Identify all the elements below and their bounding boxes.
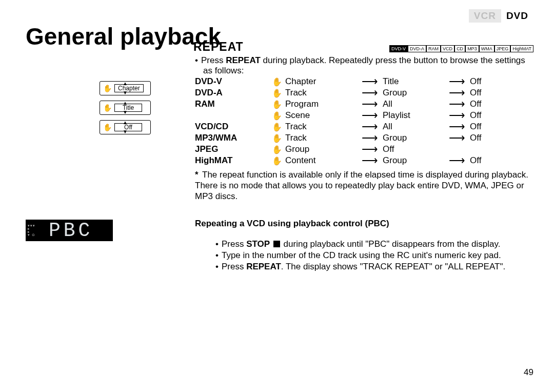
repeat-icon: ✋	[272, 133, 285, 143]
badge-mp3: MP3	[465, 45, 479, 52]
mode-tabs: VCR DVD	[469, 9, 533, 23]
table-row: RAM✋ Program⟶ All⟶ Off	[195, 97, 533, 109]
badge-cd: CD	[454, 45, 465, 52]
arrow-up-icon: ▲	[123, 82, 128, 85]
stop-icon	[273, 241, 280, 247]
table-row: DVD-A✋ Track⟶ Group⟶ Off	[195, 86, 533, 97]
arrow-right-icon: ⟶	[444, 154, 470, 167]
pbc-steps: •Press STOP during playback until "PBC" …	[203, 239, 533, 272]
page-number: 49	[524, 367, 533, 378]
section-heading: REPEAT	[193, 40, 244, 54]
arrow-up-icon: ▲	[123, 102, 128, 105]
subheading-pbc: Repeating a VCD using playback control (…	[195, 219, 389, 229]
badge-highmat: HighMAT	[510, 45, 533, 52]
table-row: VCD/CD✋ Track⟶ All⟶ Off	[195, 120, 533, 131]
repeat-icon: ✋	[272, 122, 285, 132]
repeat-icon: ✋	[103, 104, 112, 112]
repeat-icon: ✋	[272, 156, 285, 166]
tab-vcr: VCR	[469, 9, 501, 23]
modebox-off: ▲ ✋ Off ▼	[100, 120, 151, 134]
table-row: DVD-V✋ Chapter⟶ Title⟶ Off	[195, 75, 533, 86]
arrow-right-icon: ⟶	[357, 154, 383, 167]
display-text: PBC	[49, 220, 93, 242]
repeat-icon: ✋	[272, 77, 285, 87]
note-text: *The repeat function is available only i…	[195, 169, 533, 202]
arrow-right-icon: ⟶	[444, 131, 470, 145]
badge-dvdv: DVD-V	[389, 45, 408, 52]
repeat-mode-diagram: ▲ ✋ Chapter ▼ ▲ ✋ Title ▼ ▲ ✋ Off ▼	[100, 81, 151, 140]
table-row: MP3/WMA✋ Track⟶ Group⟶ Off	[195, 131, 533, 143]
repeat-icon: ✋	[272, 88, 285, 98]
page-title: General playback	[26, 23, 221, 50]
vfd-display: ▾▾▾▸▸▾ ⊙ PBC	[26, 220, 113, 241]
format-badges: DVD-V DVD-A RAM VCD CD MP3 WMA JPEG High…	[389, 45, 533, 52]
modebox-label: Title	[114, 104, 142, 112]
repeat-table: DVD-V✋ Chapter⟶ Title⟶ Off DVD-A✋ Track⟶…	[195, 75, 533, 165]
repeat-icon: ✋	[272, 100, 285, 109]
modebox-title: ▲ ✋ Title ▼	[100, 101, 151, 115]
repeat-icon: ✋	[103, 84, 112, 92]
table-row: HighMAT✋ Content⟶ Group⟶ Off	[195, 154, 533, 165]
badge-dvda: DVD-A	[408, 45, 426, 52]
badge-ram: RAM	[426, 45, 441, 52]
display-indicators: ▾▾▾▸▸▾ ⊙	[28, 224, 35, 237]
badge-jpeg: JPEG	[494, 45, 511, 52]
arrow-up-icon: ▲	[123, 121, 128, 124]
repeat-icon: ✋	[272, 111, 285, 121]
repeat-icon: ✋	[272, 145, 285, 154]
arrow-down-icon: ▼	[123, 111, 128, 114]
table-row: JPEG✋ Group⟶ Off	[195, 143, 533, 154]
table-row: ✋ Scene⟶ Playlist⟶ Off	[195, 109, 533, 120]
modebox-label: Off	[114, 123, 142, 131]
arrow-down-icon: ▼	[123, 130, 128, 133]
modebox-label: Chapter	[114, 84, 144, 92]
intro-text: •Press REPEAT during playback. Repeatedl…	[203, 55, 533, 76]
arrow-down-icon: ▼	[123, 91, 128, 94]
tab-dvd: DVD	[501, 9, 533, 23]
badge-vcd: VCD	[441, 45, 454, 52]
badge-wma: WMA	[479, 45, 494, 52]
modebox-chapter: ▲ ✋ Chapter ▼	[100, 81, 151, 95]
repeat-icon: ✋	[103, 123, 112, 131]
